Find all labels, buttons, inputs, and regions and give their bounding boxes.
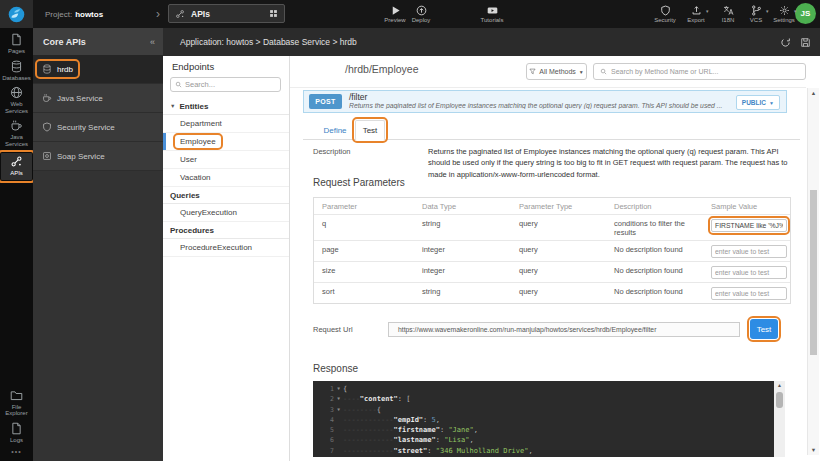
topbar-action-settings[interactable]: ▾Settings xyxy=(769,3,799,25)
topbar-action-export[interactable]: ▾Export xyxy=(681,3,711,25)
topbar-action-i18n[interactable]: I18N xyxy=(713,3,743,25)
endpoint-search-input[interactable]: Search... xyxy=(170,77,281,92)
topbar-action-vcs[interactable]: ▾VCS xyxy=(741,3,771,25)
video-icon xyxy=(487,5,498,16)
topbar-action-tutorials[interactable]: Tutorials xyxy=(477,3,507,25)
fold-spacer xyxy=(334,415,343,425)
sidebar-item-label: File Explorer xyxy=(1,404,32,417)
visibility-dropdown[interactable]: PUBLIC ▼ xyxy=(736,95,780,110)
tab-test[interactable]: Test xyxy=(355,120,385,140)
core-api-item-soap-service[interactable]: Soap Service xyxy=(33,142,163,171)
sidebar-item-label: Databases xyxy=(2,75,31,82)
editor-scrollbar[interactable]: ▲ xyxy=(774,381,785,457)
methods-filter-dropdown[interactable]: All Methods ▼ xyxy=(526,63,587,80)
grid-icon[interactable] xyxy=(269,9,278,18)
project-value: howtos xyxy=(75,10,103,19)
play-icon xyxy=(390,5,401,16)
response-title: Response xyxy=(313,363,358,374)
endpoint-group-entities[interactable]: ▼Entities xyxy=(163,98,289,115)
wavemaker-logo-icon xyxy=(8,6,25,23)
topbar-action-label: Preview xyxy=(384,17,405,23)
endpoint-item-procedureexecution[interactable]: ProcedureExecution xyxy=(163,239,289,257)
scroll-up-icon[interactable]: ▲ xyxy=(774,382,785,388)
line-number: 1 xyxy=(313,384,334,394)
collapse-panel-icon[interactable]: « xyxy=(150,37,163,47)
endpoint-item-employee[interactable]: Employee xyxy=(163,133,289,151)
core-api-item-hrdb[interactable]: hrdb xyxy=(33,55,163,84)
editor-scrollbar-thumb[interactable] xyxy=(776,392,783,408)
database-icon xyxy=(42,64,52,74)
sidebar-item-apis[interactable]: APIs xyxy=(1,153,32,180)
sidebar-item-logs[interactable]: Logs xyxy=(1,422,32,444)
tab-define[interactable]: Define xyxy=(315,120,355,140)
top-bar: Project: howtos › APIs JS PreviewDeployT… xyxy=(0,0,820,28)
save-icon xyxy=(800,37,811,48)
api-icon xyxy=(175,9,185,19)
sample-value-input-page[interactable] xyxy=(711,245,787,258)
topbar-action-label: VCS xyxy=(750,17,762,23)
indent-guide: ------------ xyxy=(343,447,394,455)
scroll-down-icon[interactable]: ▼ xyxy=(808,447,819,453)
endpoint-group-label: Procedures xyxy=(170,226,214,235)
refresh-button[interactable] xyxy=(780,37,791,48)
description-text: Returns the paginated list of Employee i… xyxy=(428,146,788,180)
table-header-row: ParameterData TypeParameter TypeDescript… xyxy=(314,198,790,215)
endpoint-item-department[interactable]: Department xyxy=(163,115,289,133)
core-api-item-security-service[interactable]: Security Service xyxy=(33,113,163,142)
endpoint-item-label: Department xyxy=(176,118,226,129)
sidebar-item-web-services[interactable]: Web Services xyxy=(1,86,32,114)
request-url-input[interactable]: https://www.wavemakeronline.com/run-manj… xyxy=(388,322,740,337)
core-api-item-content: Java Service xyxy=(38,91,107,105)
methods-filter-value: All Methods xyxy=(539,68,576,75)
token: , xyxy=(528,447,532,455)
page-title: /hrdb/Employee xyxy=(345,63,419,75)
core-api-item-java-service[interactable]: Java Service xyxy=(33,84,163,113)
topbar-action-label: Settings xyxy=(773,17,795,23)
main-scrollbar[interactable]: ▲ ▼ xyxy=(807,88,819,455)
main-scrollbar-thumb[interactable] xyxy=(810,190,817,355)
test-button[interactable]: Test xyxy=(750,319,778,339)
caret-down-icon: ▾ xyxy=(706,8,709,14)
code-line: 4------------"empId": 5, xyxy=(313,415,785,425)
more-options-dots[interactable]: ••• xyxy=(11,448,21,455)
fold-spacer xyxy=(334,456,343,457)
sidebar-item-file-explorer[interactable]: File Explorer xyxy=(1,389,32,417)
topbar-action-deploy[interactable]: Deploy xyxy=(406,3,436,25)
response-code-editor[interactable]: 1▼{2▼----"content": [3▼--------{4-------… xyxy=(313,381,785,457)
endpoint-item-user[interactable]: User xyxy=(163,151,289,169)
sidebar-item-label: Java Services xyxy=(1,134,32,147)
endpoint-item-vacation[interactable]: Vacation xyxy=(163,169,289,187)
token: "Jane" xyxy=(448,426,473,434)
sample-value-input-sort[interactable] xyxy=(711,287,787,300)
cell-parameter_type: query xyxy=(511,283,606,303)
sample-value-input-q[interactable] xyxy=(711,219,787,232)
line-number: 7 xyxy=(313,446,334,456)
table-row-sort: sortstringqueryNo description found xyxy=(314,283,790,303)
caret-down-icon: ▼ xyxy=(769,100,774,106)
branch-icon: ▾ xyxy=(751,5,762,16)
endpoint-summary: Returns the paginated list of Employee i… xyxy=(349,102,739,109)
apis-workspace-tab[interactable]: APIs xyxy=(168,4,285,23)
code-content: ------------"firstname": "Jane", xyxy=(343,425,478,435)
method-search-input[interactable]: Search by Method Name or URL... xyxy=(593,63,806,80)
topbar-action-security[interactable]: Security xyxy=(650,3,680,25)
visibility-value: PUBLIC xyxy=(742,99,766,106)
token: "empId" xyxy=(394,416,424,424)
scroll-up-icon[interactable]: ▲ xyxy=(808,90,819,96)
sidebar-item-java-services[interactable]: Java Services xyxy=(1,119,32,147)
sidebar-item-pages[interactable]: Pages xyxy=(1,33,32,55)
save-button[interactable] xyxy=(800,37,811,48)
cell-sample-value xyxy=(703,215,787,240)
wavemaker-logo[interactable] xyxy=(0,0,33,28)
endpoints-panel: Endpoints Search... ▼EntitiesDepartmentE… xyxy=(163,56,290,461)
endpoint-row-filter[interactable]: POST /filter Returns the paginated list … xyxy=(303,90,787,113)
sample-value-input-size[interactable] xyxy=(711,266,787,279)
caret-down-icon: ▾ xyxy=(794,8,797,14)
core-api-item-content: Security Service xyxy=(38,120,119,134)
cell-sample-value xyxy=(703,283,787,303)
sidebar-item-databases[interactable]: Databases xyxy=(1,60,32,82)
endpoint-group-procedures: Procedures xyxy=(163,222,289,239)
endpoint-item-queryexecution[interactable]: QueryExecution xyxy=(163,204,289,222)
indent-guide: ------------ xyxy=(343,436,394,444)
app-window: Project: howtos › APIs JS PreviewDeployT… xyxy=(0,0,820,461)
